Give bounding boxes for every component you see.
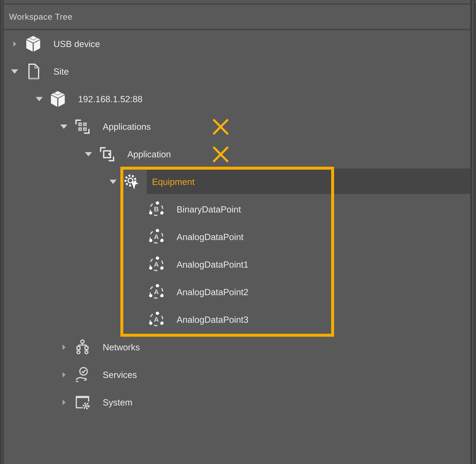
svg-text:A: A — [154, 288, 159, 296]
tree-item-services[interactable]: Services — [4, 361, 470, 389]
tree-item-label: BinaryDataPoint — [177, 204, 241, 214]
device-box-icon — [23, 33, 44, 55]
tree-item-analogdatapoint[interactable]: AAnalogDataPoint — [4, 223, 470, 251]
panel-title: Workspace Tree — [9, 12, 73, 22]
tree-item-label: AnalogDataPoint — [177, 232, 243, 242]
services-icon — [72, 364, 93, 385]
tree-item-analogdatapoint2[interactable]: AAnalogDataPoint2 — [4, 278, 470, 306]
selected-row-highlight — [147, 168, 470, 194]
tree-item-label: AnalogDataPoint2 — [177, 287, 248, 297]
header-separator — [4, 29, 470, 30]
panel-left-border — [2, 0, 4, 464]
tree-item-label: USB device — [54, 39, 100, 49]
svg-text:B: B — [154, 205, 159, 213]
tree-item-application[interactable]: Application — [4, 140, 470, 168]
tree-item-label: Services — [103, 370, 137, 380]
tree-item-label: 192.168.1.52:88 — [78, 94, 143, 104]
tree-item-networks[interactable]: Networks — [4, 333, 470, 361]
chevron-expanded-icon[interactable] — [80, 140, 97, 168]
tree-item-label: AnalogDataPoint1 — [177, 259, 248, 270]
tree-item-site[interactable]: Site — [4, 58, 470, 85]
networks-icon — [72, 337, 93, 358]
panel-right-border — [470, 0, 472, 464]
workspace-tree-window: Workspace Tree USB deviceSite192.168.1.5… — [0, 0, 476, 464]
device-box-icon — [47, 88, 68, 110]
applications-icon — [72, 116, 93, 137]
tree-item-analogdatapoint3[interactable]: AAnalogDataPoint3 — [4, 306, 470, 333]
panel-left-edge — [0, 0, 1, 464]
expander-spacer — [130, 251, 146, 278]
tree-item-label: System — [103, 397, 132, 407]
expander-spacer — [130, 196, 146, 223]
tree-item-analogdatapoint1[interactable]: AAnalogDataPoint1 — [4, 251, 470, 278]
tree-item-label: Equipment — [152, 177, 195, 187]
svg-text:A: A — [154, 316, 159, 323]
tree-item-label: Networks — [103, 342, 140, 352]
panel-header: Workspace Tree — [4, 5, 470, 29]
tree-item-applications[interactable]: Applications — [4, 113, 470, 140]
chevron-expanded-icon[interactable] — [56, 113, 72, 140]
x-marker-icon — [212, 119, 229, 135]
tree-item-equipment[interactable]: Equipment — [4, 168, 470, 196]
svg-text:A: A — [154, 261, 159, 268]
datapoint-icon: A — [146, 226, 167, 248]
system-icon — [72, 392, 93, 413]
expander-spacer — [130, 306, 146, 333]
svg-text:A: A — [154, 233, 159, 241]
datapoint-icon: A — [146, 309, 167, 330]
window-top-band — [0, 0, 476, 3]
workspace-tree: USB deviceSite192.168.1.52:88Application… — [4, 30, 470, 464]
tree-item-label: Site — [54, 66, 69, 77]
panel-top-border — [0, 3, 476, 5]
tree-item-label: Application — [127, 149, 171, 159]
document-icon — [23, 61, 44, 82]
chevron-expanded-icon[interactable] — [31, 85, 47, 113]
chevron-expanded-icon[interactable] — [105, 168, 121, 196]
datapoint-icon: B — [146, 199, 167, 220]
workspace-tree-panel: Workspace Tree USB deviceSite192.168.1.5… — [4, 5, 470, 464]
tree-item-192-168-1-52-88[interactable]: 192.168.1.52:88 — [4, 85, 470, 113]
expander-spacer — [130, 278, 146, 306]
panel-right-gutter — [472, 0, 474, 464]
chevron-collapsed-icon[interactable] — [56, 361, 72, 389]
equipment-gear-icon — [121, 171, 142, 192]
datapoint-icon: A — [146, 281, 167, 303]
tree-item-system[interactable]: System — [4, 389, 470, 416]
chevron-collapsed-icon[interactable] — [56, 389, 72, 416]
datapoint-icon: A — [146, 254, 167, 275]
tree-item-label: AnalogDataPoint3 — [177, 314, 248, 325]
panel-left-gutter — [1, 0, 2, 464]
expander-spacer — [130, 223, 146, 251]
tree-item-binarydatapoint[interactable]: BBinaryDataPoint — [4, 196, 470, 223]
x-marker-icon — [212, 146, 229, 163]
chevron-expanded-icon[interactable] — [7, 58, 23, 85]
panel-right-edge — [474, 0, 475, 464]
chevron-collapsed-icon[interactable] — [7, 30, 23, 58]
tree-item-label: Applications — [103, 121, 151, 132]
application-icon — [97, 144, 118, 165]
chevron-collapsed-icon[interactable] — [56, 333, 72, 361]
tree-item-usb-device[interactable]: USB device — [4, 30, 470, 58]
